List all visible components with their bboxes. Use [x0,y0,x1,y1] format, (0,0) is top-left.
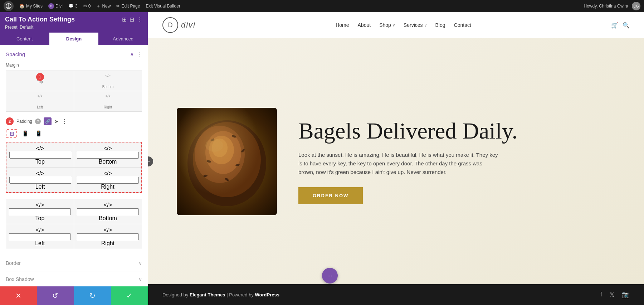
margin-bottom-input[interactable] [83,79,133,84]
device-desktop-btn[interactable]: 🖥 [6,129,17,138]
padding2-top-cell[interactable]: </> Top [6,199,74,224]
exit-builder-link[interactable]: Exit Visual Builder [146,4,180,9]
padding-top-label: Top [35,159,45,165]
main-layout: Call To Action Settings ⊞ ⊟ ⋮ Preset: De… [0,12,644,305]
comments-icon: 💬 [68,4,74,9]
footer-wordpress: WordPress [255,292,279,297]
svg-point-13 [203,174,208,177]
new-link[interactable]: ＋ New [96,3,111,9]
padding-help-icon[interactable]: ? [35,118,41,124]
nav-shop[interactable]: Shop ∨ [379,22,395,28]
margin-left-code-icon: </> [37,94,42,98]
svg-point-10 [206,160,211,163]
hero-image [177,108,277,215]
padding2-top-input[interactable] [9,208,71,215]
padding2-bottom-input[interactable] [77,208,139,215]
margin-grid: </> 1 Top </> Bottom </> Left [6,71,142,112]
padding-arrow-btn[interactable]: ➤ [54,118,59,124]
padding-link-btn[interactable]: 🔗 [44,117,52,125]
nav-services[interactable]: Services ∨ [404,22,427,28]
hero-cta-button[interactable]: ORDER NOW [298,187,363,204]
bagel-svg [177,108,277,215]
device-mobile-btn[interactable]: 📱 [33,129,44,138]
divi-link[interactable]: D Divi [48,3,63,9]
spacing-controls: ∧ ⋮ [130,51,142,58]
padding-more-btn[interactable]: ⋮ [62,118,67,125]
margin-left-input[interactable] [15,100,65,105]
columns-icon[interactable]: ⊟ [130,16,134,23]
padding-right-input[interactable] [77,177,139,184]
margin-bottom-cell[interactable]: </> Bottom [74,71,142,91]
border-title: Border [6,260,21,266]
padding-bottom-input[interactable] [77,152,139,159]
padding-label-row: 2 Padding ? 🔗 ➤ ⋮ [6,117,142,125]
padding2-top-code-icon: </> [36,202,44,208]
cancel-button[interactable]: ✕ [0,286,37,305]
nav-contact[interactable]: Contact [454,22,471,28]
more-options-icon[interactable]: ⋮ [137,16,143,23]
twitter-icon[interactable]: 𝕏 [609,291,615,299]
undo-button[interactable]: ↺ [37,286,74,305]
nav-blog[interactable]: Blog [435,22,445,28]
tab-advanced[interactable]: Advanced [98,33,148,45]
margin-right-cell[interactable]: </> Right [74,91,142,111]
messages-link[interactable]: ✉ 0 [83,4,91,9]
svg-point-9 [241,148,245,153]
padding2-left-input[interactable] [9,233,71,240]
box-shadow-header[interactable]: Box Shadow ∨ [6,276,142,282]
search-icon[interactable]: 🔍 [623,22,630,29]
tab-content[interactable]: Content [0,33,49,45]
instagram-icon[interactable]: 📷 [622,291,630,299]
spacing-collapse-btn[interactable]: ∧ [130,51,134,58]
maximize-icon[interactable]: ⊞ [122,16,127,23]
badge-2: 2 [6,117,14,125]
margin-top-cell[interactable]: </> 1 Top [6,71,74,91]
edit-page-link[interactable]: ✏ Edit Page [116,4,140,9]
tab-design[interactable]: Design [49,33,99,45]
logo-circle: D [162,17,178,33]
footer-social: f 𝕏 📷 [600,291,630,299]
box-shadow-title: Box Shadow [6,276,34,282]
padding-bottom-cell[interactable]: </> Bottom [74,142,141,167]
padding-bottom-label: Bottom [99,159,117,165]
wp-logo-icon[interactable] [4,1,14,11]
cart-icon[interactable]: 🛒 [611,22,618,29]
padding2-bottom-label: Bottom [99,215,117,222]
padding-top-input[interactable] [9,152,71,159]
preset-label[interactable]: Preset: Default [5,25,143,30]
padding2-right-cell[interactable]: </> Right [74,224,142,249]
nav-home[interactable]: Home [336,22,349,28]
padding2-left-cell[interactable]: </> Left [6,224,74,249]
save-button[interactable]: ✓ [111,286,148,305]
margin-right-input[interactable] [83,100,133,105]
padding-left-code-icon: </> [36,170,44,177]
padding-right-cell[interactable]: </> Right [74,168,141,192]
svg-point-14 [205,139,223,152]
svg-point-4 [205,131,241,174]
margin-left-label: Left [37,105,43,109]
facebook-icon[interactable]: f [600,291,602,299]
padding2-right-input[interactable] [77,233,139,240]
panel-header-icons: ⊞ ⊟ ⋮ [122,16,143,23]
padding-top-cell[interactable]: </> Top [6,142,74,167]
resize-handle[interactable]: ↔ [148,156,153,166]
floating-action-button[interactable]: ··· [322,268,338,284]
my-sites-link[interactable]: 🏠 My Sites [19,4,43,9]
nav-about[interactable]: About [358,22,371,28]
device-tablet-btn[interactable]: 📱 [19,129,31,138]
badge-1: 1 [36,73,44,81]
footer-designed-by: Designed by [162,292,190,297]
margin-left-cell[interactable]: </> Left [6,91,74,111]
spacing-menu-btn[interactable]: ⋮ [136,51,142,58]
border-header[interactable]: Border ∨ [6,260,142,266]
padding-grid-secondary: </> Top </> Bottom </> Left [6,199,142,249]
admin-bar-right: Howdy, Christina Gwira CG [584,2,640,10]
panel-title: Call To Action Settings [5,16,75,23]
padding-left-input[interactable] [9,177,71,184]
comments-link[interactable]: 💬 3 [68,4,78,9]
padding-left-cell[interactable]: </> Left [6,168,74,192]
redo-button[interactable]: ↻ [74,286,111,305]
preview-area: D divi Home About Shop ∨ Services ∨ Blog… [148,12,644,305]
site-nav: Home About Shop ∨ Services ∨ Blog Contac… [336,22,471,28]
padding2-bottom-cell[interactable]: </> Bottom [74,199,142,224]
